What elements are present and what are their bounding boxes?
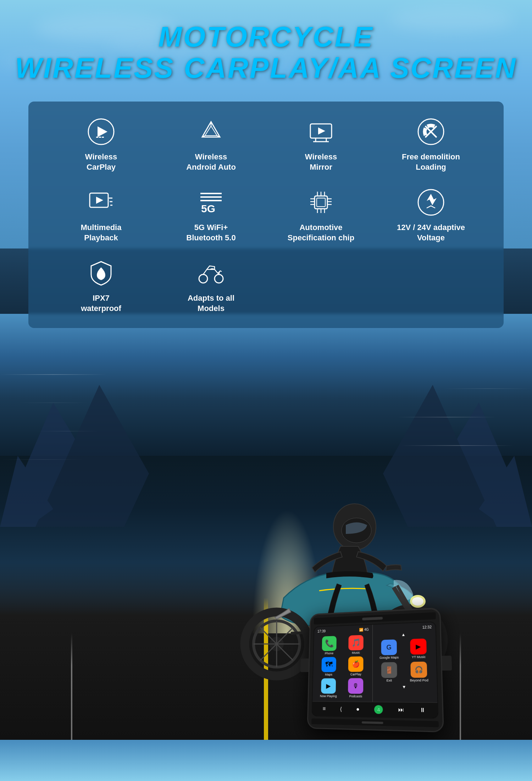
app-beyond-pod[interactable]: 🎧 Beyond Pod bbox=[405, 661, 433, 682]
feature-wireless-mirror: WirelessMirror bbox=[270, 116, 372, 172]
svg-marker-1 bbox=[98, 126, 107, 137]
beyond-pod-label: Beyond Pod bbox=[410, 678, 428, 682]
main-title-line1: MOTORCYCLE bbox=[0, 21, 532, 53]
app-podcasts[interactable]: 🎙 Podcasts bbox=[343, 678, 369, 698]
multimedia-icon bbox=[85, 186, 117, 218]
svg-point-68 bbox=[412, 597, 423, 606]
right-time: 12:32 bbox=[422, 625, 432, 629]
mirror-label: WirelessMirror bbox=[305, 152, 337, 172]
title-section: MOTORCYCLE WIRELESS CARPLAY/AA SCREEN bbox=[0, 0, 532, 94]
all-models-label: Adapts to allModels bbox=[188, 293, 234, 313]
mirror-icon bbox=[305, 116, 337, 148]
svg-rect-28 bbox=[317, 198, 325, 207]
bottom-home-icon[interactable]: ● bbox=[356, 706, 360, 712]
voltage-label: 12V / 24V adaptiveVoltage bbox=[397, 223, 465, 243]
feature-wireless-carplay: WirelessCarPlay bbox=[50, 116, 153, 172]
chip-icon bbox=[305, 186, 337, 218]
bottom-menu-icon[interactable]: ≡ bbox=[322, 705, 326, 712]
5g-icon: 5G bbox=[195, 186, 227, 218]
app-music[interactable]: 🎵 Music bbox=[343, 635, 369, 655]
motorcycle-icon bbox=[195, 257, 227, 289]
svg-rect-3 bbox=[99, 137, 101, 138]
waterproof-label: IPX7waterproof bbox=[81, 293, 121, 313]
app-maps-label: Maps bbox=[325, 673, 332, 676]
carplay-label: WirelessCarPlay bbox=[85, 152, 117, 172]
google-maps-label: Google Maps bbox=[379, 655, 399, 659]
tools-label: Free demolitionLoading bbox=[402, 152, 460, 172]
svg-rect-2 bbox=[96, 137, 98, 138]
feature-multimedia: MultimediaPlayback bbox=[50, 186, 153, 243]
spotify-icon[interactable]: ♫ bbox=[374, 705, 383, 714]
exit-label: Exit bbox=[387, 678, 392, 682]
android-auto-icon bbox=[195, 116, 227, 148]
feature-waterproof: IPX7waterproof bbox=[50, 257, 153, 313]
svg-rect-4 bbox=[102, 137, 104, 138]
app-maps[interactable]: 🗺 Maps bbox=[316, 657, 341, 676]
svg-text:5G: 5G bbox=[201, 203, 215, 214]
carplay-icon bbox=[85, 116, 117, 148]
android-auto-label: WirelessAndroid Auto bbox=[186, 152, 236, 172]
app-podcasts-label: Podcasts bbox=[349, 694, 362, 698]
left-time: 17:39 bbox=[317, 629, 326, 633]
bottom-pause-icon[interactable]: ⏸ bbox=[420, 706, 426, 713]
5g-label: 5G WiFi+Bluetooth 5.0 bbox=[186, 223, 235, 243]
feature-free-demolition: Free demolitionLoading bbox=[379, 116, 482, 172]
svg-marker-6 bbox=[205, 126, 217, 136]
voltage-icon bbox=[415, 186, 447, 218]
features-panel: WirelessCarPlay WirelessAndroid Auto bbox=[28, 102, 504, 328]
left-signal: 📶 4G bbox=[359, 627, 369, 632]
app-phone-label: Phone bbox=[325, 651, 333, 655]
multimedia-label: MultimediaPlayback bbox=[81, 223, 122, 243]
app-phone[interactable]: 📞 Phone bbox=[317, 635, 342, 655]
app-exit[interactable]: 🚪 Exit bbox=[376, 662, 403, 682]
svg-marker-14 bbox=[318, 127, 325, 135]
main-title-line2: WIRELESS CARPLAY/AA SCREEN bbox=[0, 53, 532, 84]
app-google-maps[interactable]: G Google Maps bbox=[376, 639, 402, 659]
svg-point-42 bbox=[199, 274, 207, 283]
feature-chip: AutomotiveSpecification chip bbox=[270, 186, 372, 243]
svg-point-43 bbox=[215, 274, 223, 283]
app-now-playing[interactable]: ▶ Now Playing bbox=[316, 678, 341, 698]
chip-label: AutomotiveSpecification chip bbox=[288, 223, 354, 243]
tools-icon bbox=[415, 116, 447, 148]
page-background: MOTORCYCLE WIRELESS CARPLAY/AA SCREEN Wi… bbox=[0, 0, 532, 781]
feature-android-auto: WirelessAndroid Auto bbox=[160, 116, 262, 172]
feature-5g-wifi: 5G 5G WiFi+Bluetooth 5.0 bbox=[160, 186, 262, 243]
yt-music-label: YT Music bbox=[412, 655, 426, 659]
app-carplay[interactable]: 🍎 CarPlay bbox=[343, 656, 368, 676]
app-now-playing-label: Now Playing bbox=[320, 694, 337, 698]
feature-all-models: Adapts to allModels bbox=[160, 257, 262, 313]
svg-marker-19 bbox=[96, 197, 103, 204]
bottom-skip-icon[interactable]: ⏭ bbox=[398, 706, 404, 713]
app-music-label: Music bbox=[352, 651, 360, 654]
app-carplay-label: CarPlay bbox=[350, 672, 361, 676]
app-yt-music[interactable]: ▶ YT Music bbox=[405, 638, 432, 659]
waterproof-icon bbox=[85, 257, 117, 289]
feature-voltage: 12V / 24V adaptiveVoltage bbox=[379, 186, 482, 243]
bottom-back-icon[interactable]: ⟨ bbox=[340, 705, 342, 712]
